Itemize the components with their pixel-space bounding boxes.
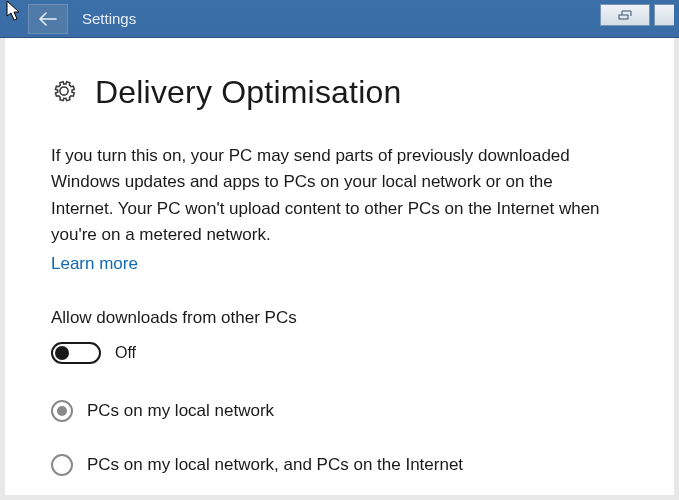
radio-button[interactable]: [51, 400, 73, 422]
page-description: If you turn this on, your PC may send pa…: [51, 143, 611, 248]
page-title: Delivery Optimisation: [95, 74, 402, 111]
radio-dot: [57, 406, 67, 416]
radio-label: PCs on my local network: [87, 401, 274, 421]
arrow-left-icon: [39, 12, 57, 26]
page-heading-row: Delivery Optimisation: [51, 74, 634, 111]
content-area: Delivery Optimisation If you turn this o…: [5, 38, 674, 495]
toggle-state-label: Off: [115, 344, 136, 362]
titlebar: Settings: [0, 0, 679, 38]
learn-more-link[interactable]: Learn more: [51, 254, 138, 274]
radio-label: PCs on my local network, and PCs on the …: [87, 455, 463, 475]
gear-icon: [51, 78, 77, 108]
window-controls: [600, 4, 674, 26]
allow-downloads-toggle[interactable]: [51, 342, 101, 364]
window-title: Settings: [82, 10, 136, 27]
radio-option-internet[interactable]: PCs on my local network, and PCs on the …: [51, 454, 634, 476]
restore-down-button[interactable]: [600, 4, 650, 26]
toggle-knob: [55, 346, 69, 360]
back-button[interactable]: [28, 4, 68, 34]
radio-option-local[interactable]: PCs on my local network: [51, 400, 634, 422]
allow-downloads-label: Allow downloads from other PCs: [51, 308, 634, 328]
svg-rect-0: [619, 15, 628, 19]
window-button-partial[interactable]: [654, 4, 674, 26]
restore-icon: [618, 10, 632, 20]
toggle-row: Off: [51, 342, 634, 364]
radio-button[interactable]: [51, 454, 73, 476]
